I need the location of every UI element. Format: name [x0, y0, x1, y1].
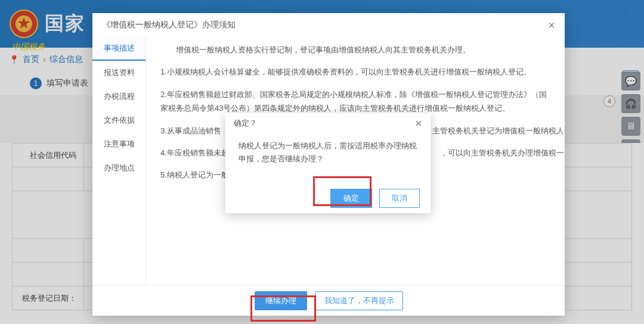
notice-intro: 增值税一般纳税人资格实行登记制，登记事项由增值税纳税人向其主管税务机关办理。: [160, 43, 550, 57]
confirm-modal: 确定？ × 纳税人登记为一般纳税人后，需按适用税率办理纳税申报，您是否继续办理？…: [225, 113, 431, 213]
continue-button[interactable]: 继续办理: [255, 291, 307, 310]
tab-materials[interactable]: 报送资料: [92, 61, 145, 85]
notice-modal-header: 《增值税一般纳税人登记》办理须知 ×: [92, 13, 565, 37]
confirm-modal-title: 确定？: [234, 118, 257, 129]
tab-process[interactable]: 办税流程: [92, 85, 145, 108]
notice-p2: 2.年应税销售额超过财政部、国家税务总局规定的小规模纳税人标准，除《增值税一般纳…: [160, 88, 550, 116]
dismiss-button[interactable]: 我知道了，不再提示: [315, 291, 403, 310]
close-icon[interactable]: ×: [548, 18, 555, 32]
notice-modal-title: 《增值税一般纳税人登记》办理须知: [102, 20, 236, 30]
tab-caution[interactable]: 注意事项: [92, 132, 145, 156]
confirm-modal-footer: 确定 取消: [225, 183, 431, 213]
notice-p1: 1.小规模纳税人会计核算健全，能够提供准确税务资料的，可以向主管税务机关进行增值…: [160, 65, 550, 79]
ok-button[interactable]: 确定: [330, 189, 372, 208]
tab-location[interactable]: 办理地点: [92, 156, 145, 180]
confirm-close-icon[interactable]: ×: [415, 117, 422, 130]
confirm-modal-body: 纳税人登记为一般纳税人后，需按适用税率办理纳税申报，您是否继续办理？: [225, 133, 431, 183]
cancel-button[interactable]: 取消: [379, 189, 420, 208]
tab-description[interactable]: 事项描述: [92, 37, 145, 61]
confirm-modal-header: 确定？ ×: [225, 113, 431, 133]
notice-modal-footer: 继续办理 我知道了，不再提示: [92, 285, 565, 316]
notice-tabs: 事项描述 报送资料 办税流程 文件依据 注意事项 办理地点: [92, 37, 146, 285]
tab-basis[interactable]: 文件依据: [92, 108, 145, 132]
